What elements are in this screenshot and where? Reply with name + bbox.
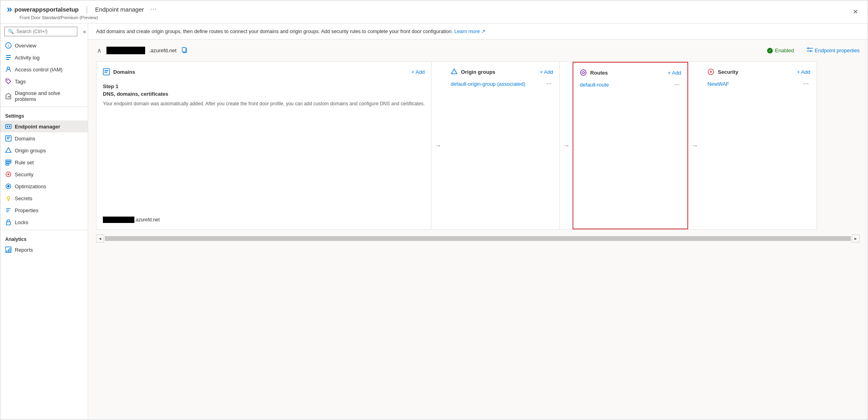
svg-rect-7 [6,124,11,128]
sidebar-item-origin-groups[interactable]: Origin groups [0,144,88,156]
info-text: Add domains and create origin groups, th… [96,29,453,34]
header-more-button[interactable]: ··· [150,6,157,13]
sidebar-item-secrets[interactable]: Secrets [0,192,88,204]
content-area: Add domains and create origin groups, th… [88,24,868,420]
svg-rect-27 [182,47,186,52]
routes-add-button[interactable]: + Add [668,70,681,76]
secrets-icon [5,195,12,201]
endpoint-properties-label: Endpoint properties [815,47,860,53]
security-dots-0[interactable]: ··· [802,80,810,87]
route-link-0[interactable]: default-route [580,82,671,88]
scroll-right-button[interactable]: ▸ [852,235,860,243]
header-logo: » powerappsportalsetup | Endpoint manage… [7,4,157,15]
svg-marker-31 [451,69,457,74]
step-desc: Your endpoint domain was automatically a… [103,100,425,107]
svg-point-19 [7,185,10,187]
sidebar-item-label-diagnose: Diagnose and solve problems [15,90,83,102]
header-left: » powerappsportalsetup | Endpoint manage… [7,4,157,20]
origin-group-dots-0[interactable]: ··· [545,80,553,87]
main-layout: 🔍 « i Overview Activity log [0,24,868,420]
cards-wrapper: Domains + Add Step 1 DNS, domains, certi… [96,61,860,230]
sidebar-item-diagnose[interactable]: Diagnose and solve problems [0,87,88,105]
security-add-button[interactable]: + Add [797,69,811,75]
domains-card-title: Domains [113,69,408,75]
scroll-bar[interactable] [105,236,851,241]
collapse-sidebar-button[interactable]: « [81,28,88,35]
external-link-icon: ↗ [481,29,486,34]
routes-card-title: Routes [590,70,664,76]
sidebar-divider-settings [0,106,88,107]
sidebar-item-rule-set[interactable]: Rule set [0,156,88,168]
origin-groups-card-header: Origin groups + Add [451,68,553,75]
scroll-left-button[interactable]: ◂ [96,235,104,243]
step-sublabel: DNS, domains, certificates [103,91,425,97]
origin-groups-card-icon [451,68,458,75]
domains-add-button[interactable]: + Add [411,69,425,75]
copy-endpoint-button[interactable] [181,46,189,55]
sidebar-item-label-access-control: Access control (IAM) [15,67,63,73]
svg-point-5 [7,67,10,69]
header-separator: | [86,5,88,14]
sidebar-item-tags[interactable]: Tags [0,75,88,87]
svg-rect-8 [7,126,8,127]
routes-card: Routes + Add default-route ··· [573,62,688,229]
sidebar-item-label-security: Security [15,172,33,177]
sidebar-item-optimizations[interactable]: Optimizations [0,180,88,192]
sidebar-item-overview[interactable]: i Overview [0,39,88,51]
endpoint-domain-suffix: .azurefd.net [149,47,177,53]
domains-card-footer: ████.azurefd.net [103,212,425,223]
search-box[interactable]: 🔍 [4,27,77,36]
sidebar-item-endpoint-manager[interactable]: Endpoint manager [0,120,88,132]
domains-icon [5,135,12,142]
route-dots-0[interactable]: ··· [673,81,681,88]
step-label: Step 1 [103,83,425,89]
sidebar-item-locks[interactable]: Locks [0,216,88,228]
header-subtitle: Front Door Standard/Premium (Preview) [20,15,157,20]
sidebar-item-domains[interactable]: Domains [0,132,88,144]
search-row: 🔍 « [0,24,88,39]
origin-groups-add-button[interactable]: + Add [540,69,553,75]
sidebar-item-properties[interactable]: Properties [0,204,88,216]
svg-rect-4 [6,59,9,60]
logo-icon: » [7,4,11,15]
cards-container: Domains + Add Step 1 DNS, domains, certi… [96,61,817,230]
settings-section-label: Settings [0,108,88,120]
security-link-0[interactable]: NewWAF [707,81,800,87]
security-icon [5,171,12,177]
close-button[interactable]: ✕ [850,6,861,17]
routes-card-icon [580,69,587,76]
endpoint-right-actions: Enabled Endpoint properties [767,47,860,54]
sidebar-item-label-origin-groups: Origin groups [15,148,46,154]
sidebar-item-access-control[interactable]: Access control (IAM) [0,63,88,75]
svg-rect-23 [6,250,7,252]
sidebar-item-label-tags: Tags [15,79,26,85]
svg-rect-24 [8,249,9,252]
sidebar-item-label-properties: Properties [15,207,38,213]
diagnose-icon [5,93,12,99]
svg-rect-30 [104,72,107,73]
learn-more-link[interactable]: Learn more ↗ [454,29,485,34]
security-card-icon [707,68,714,75]
security-card: Security + Add NewWAF ··· [701,62,817,229]
resource-name: powerappsportalsetup [14,6,79,13]
sidebar-divider-analytics [0,230,88,230]
footer-redacted: ████ [103,217,134,223]
collapse-endpoint-button[interactable]: ∧ [96,46,102,55]
sidebar-item-label-overview: Overview [15,43,36,49]
svg-rect-14 [6,160,11,161]
origin-group-link-0[interactable]: default-origin-group (associated) [451,81,543,87]
endpoint-name-redacted: ████ [106,47,145,54]
svg-rect-29 [104,70,108,71]
sidebar-item-security[interactable]: Security [0,168,88,180]
origin-groups-icon [5,147,12,154]
endpoint-status: Enabled [767,47,794,53]
search-input[interactable] [16,29,74,34]
sidebar: 🔍 « i Overview Activity log [0,24,88,420]
origin-groups-card-title: Origin groups [461,69,536,75]
sidebar-item-activity-log[interactable]: Activity log [0,51,88,63]
arrow-2: → [560,142,573,150]
sidebar-item-reports[interactable]: Reports [0,244,88,256]
security-card-header: Security + Add [707,68,810,75]
domains-card: Domains + Add Step 1 DNS, domains, certi… [96,62,431,229]
endpoint-properties-button[interactable]: Endpoint properties [807,47,860,54]
